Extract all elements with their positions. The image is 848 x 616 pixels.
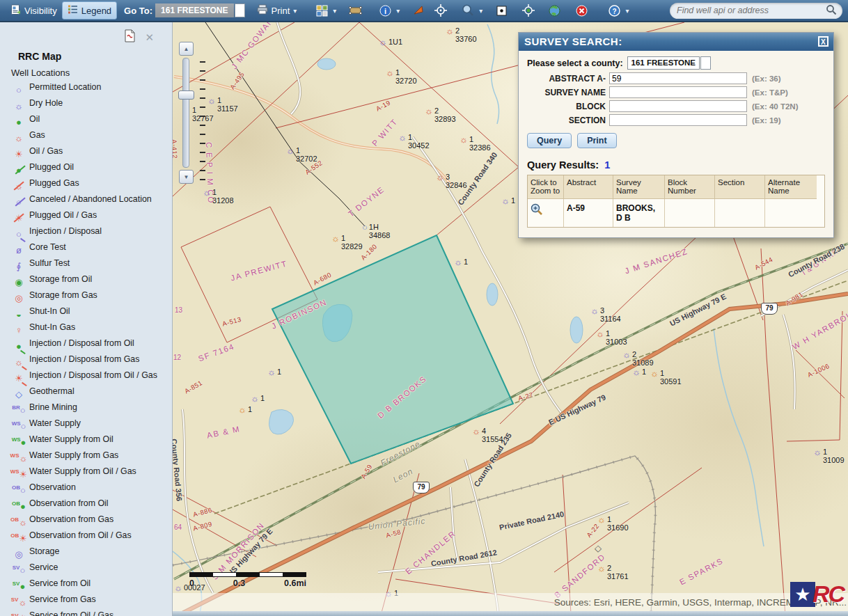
legend-item-label: Storage from Gas [29,290,97,301]
legend-item: SV○ Service [0,561,172,577]
county-dropdown-button[interactable] [700,56,711,70]
query-results-count: 1 [604,159,610,171]
panel-title: RRC Map [18,51,172,62]
result-survey-name-cell: BROOKS, D B [613,199,665,227]
zoom-tool-button[interactable] [459,2,477,19]
result-section-cell [715,199,765,227]
legend-item: OB○ Observation [0,481,172,497]
well-type-icon: ◇ [8,386,29,400]
legend-item: ☀ Plugged Oil / Gas [0,209,172,225]
legend-item: ◇ Geothermal [0,385,172,401]
legend-item-label: Water Supply [29,418,81,429]
visibility-label: Visibility [24,6,57,16]
panel-close-icon[interactable]: ✕ [145,31,154,44]
well-type-icon: ☀ [8,146,29,159]
survey-name-input[interactable] [609,86,747,98]
well-type-icon: ◉ [8,274,29,287]
legend-button[interactable]: Legend [62,1,117,19]
results-column-header: Alternate Name [765,175,817,199]
measure-button[interactable] [346,2,364,19]
globe-button[interactable] [545,2,563,19]
basemap-caret-icon[interactable]: ▾ [333,7,336,15]
export-pdf-icon[interactable] [125,29,135,45]
abstract-label: ABSTRACT A- [519,74,609,84]
legend-item: SV● Service from Oil [0,577,172,593]
well-type-icon: ∮ [8,258,29,271]
legend-item: ◎ Storage [0,545,172,561]
info-button[interactable]: i [376,2,394,19]
well-type-icon: WS☀ [8,466,29,480]
scale-bar: 0 0.3 0.6mi [189,572,306,588]
legend-item: WS☼ Water Supply from Gas [0,449,172,465]
visibility-button[interactable]: Visibility [6,2,62,19]
result-alternate-name-cell [765,199,817,227]
legend-item-label: Sulfur Test [29,258,70,269]
legend-item: ☼ Dry Hole [0,97,172,113]
query-button[interactable]: Query [527,133,572,148]
legend-item: OB☀ Observation from Oil / Gas [0,529,172,545]
survey-name-hint: (Ex: T&P) [747,88,788,97]
well-search-input[interactable] [675,5,826,16]
crosshair-button[interactable] [432,2,450,19]
dialog-close-icon[interactable]: X [818,36,829,47]
goto-dropdown-button[interactable] [235,3,245,17]
result-block-cell [665,199,715,227]
section-input[interactable] [609,114,747,126]
legend-item-label: Water Supply from Gas [29,450,118,461]
zoom-tool-caret-icon[interactable]: ▾ [479,7,482,15]
default-extent-button[interactable] [519,2,537,19]
well-type-icon: WS○ [8,418,29,432]
legend-item-label: Plugged Oil [29,162,74,173]
legend-item-label: Service from Oil / Gas [29,610,113,616]
county-select[interactable]: 161 FREESTONE [627,56,700,70]
dialog-header[interactable]: SURVEY SEARCH: X [519,33,833,51]
legend-item: ● Plugged Oil [0,161,172,177]
well-search-box [670,3,842,19]
legend-item-label: Service from Oil [29,578,91,590]
legend-item-label: Dry Hole [29,98,63,109]
well-type-icon: OB○ [8,482,29,496]
clear-selection-button[interactable] [572,2,590,19]
goto-county-select[interactable]: 161 FREESTONE [155,3,233,17]
goto-label: Go To: [124,6,152,16]
legend-item-label: Water Supply from Oil [29,434,113,445]
zoom-to-result-cell[interactable] [528,199,564,227]
legend-item: ☼ Gas [0,129,172,145]
visibility-icon [10,4,21,17]
print-results-button[interactable]: Print [577,133,616,148]
legend-item-label: Core Test [29,242,66,253]
zoom-out-button[interactable]: ▼ [179,170,194,184]
well-type-icon: ● [8,338,29,352]
help-caret-icon[interactable]: ▾ [625,7,629,15]
help-button[interactable]: ? [605,2,623,19]
well-type-icon: WS● [8,434,29,448]
basemap-gallery-button[interactable] [313,2,331,19]
print-button[interactable]: Print ▾ [252,2,304,19]
search-icon[interactable] [826,4,837,17]
rrc-logo-letters: RC [812,581,844,608]
legend-item: ☀ Injection / Disposal from Oil / Gas [0,369,172,385]
info-caret-icon[interactable]: ▾ [396,7,400,15]
draw-button[interactable] [409,2,427,19]
scale-zero-label: 0 [189,578,194,588]
well-type-icon: ☀ [8,370,29,384]
abstract-hint: (Ex: 36) [747,74,781,83]
well-type-icon: ☼ [8,178,29,191]
abstract-input[interactable] [609,72,747,84]
legend-item: ● Injection / Disposal from Oil [0,337,172,353]
zoom-in-button[interactable]: ▲ [179,42,194,56]
zoom-to-result-icon [531,203,543,216]
legend-item: ○ Permitted Location [0,81,172,97]
well-type-icon: SV● [8,578,29,592]
block-input[interactable] [609,100,747,112]
zoom-slider-track[interactable] [182,58,189,168]
previous-extent-button[interactable] [492,2,510,19]
legend-item-label: Injection / Disposal from Oil [29,338,134,349]
well-type-icon: ø [8,242,29,255]
zoom-slider-handle[interactable] [178,90,194,100]
well-type-icon: BR○ [8,402,29,416]
county-label: Please select a county: [527,58,623,68]
results-column-header: Click to Zoom to [528,175,564,199]
section-label: SECTION [519,116,609,125]
zoom-slider-ticks [200,61,205,185]
